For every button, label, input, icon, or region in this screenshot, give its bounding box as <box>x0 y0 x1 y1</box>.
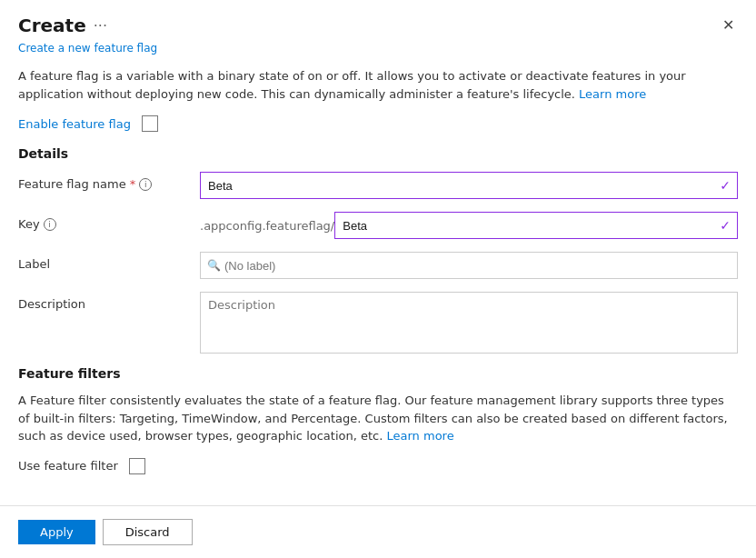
more-options-icon[interactable]: ··· <box>94 17 107 35</box>
learn-more-link-2[interactable]: Learn more <box>387 429 454 443</box>
key-prefix: .appconfig.featureflag/ <box>200 219 334 233</box>
create-panel: Create ··· ✕ Create a new feature flag A… <box>0 0 756 558</box>
learn-more-link-1[interactable]: Learn more <box>579 87 646 101</box>
enable-checkbox[interactable] <box>142 115 158 132</box>
name-info-icon[interactable]: i <box>139 178 152 191</box>
apply-button[interactable]: Apply <box>18 520 95 544</box>
name-row: Feature flag name * i ✓ <box>18 172 738 199</box>
description-label: Description <box>18 292 200 311</box>
label-input-wrap-outer: 🔍 <box>200 252 738 279</box>
label-input-container: 🔍 <box>200 252 738 279</box>
label-label: Label <box>18 252 200 271</box>
name-input[interactable] <box>200 172 738 199</box>
feature-filters-section: Feature filters A Feature filter consist… <box>18 366 738 474</box>
required-star: * <box>130 177 136 191</box>
key-input-wrap: .appconfig.featureflag/ ✓ <box>200 212 738 239</box>
title-row: Create ··· <box>18 15 107 36</box>
filter-description: A Feature filter consistently evaluates … <box>18 392 738 445</box>
key-label: Key i <box>18 212 200 231</box>
label-row: Label 🔍 <box>18 252 738 279</box>
enable-row: Enable feature flag <box>18 115 738 132</box>
close-button[interactable]: ✕ <box>719 15 738 36</box>
key-input-container: ✓ <box>334 212 738 239</box>
key-input[interactable] <box>334 212 738 239</box>
description-textarea[interactable] <box>200 292 738 354</box>
enable-label: Enable feature flag <box>18 117 131 131</box>
label-input[interactable] <box>200 252 738 279</box>
use-filter-checkbox[interactable] <box>129 458 145 474</box>
panel-title: Create <box>18 15 86 36</box>
search-icon: 🔍 <box>207 259 221 272</box>
name-input-container: ✓ <box>200 172 738 199</box>
name-label: Feature flag name * i <box>18 172 200 191</box>
use-filter-label: Use feature filter <box>18 459 118 473</box>
description-input-wrap <box>200 292 738 354</box>
name-input-wrap: ✓ <box>200 172 738 199</box>
name-check-icon: ✓ <box>720 178 731 193</box>
key-info-icon[interactable]: i <box>44 218 56 231</box>
panel-body: A feature flag is a variable with a bina… <box>0 55 756 505</box>
description-text: A feature flag is a variable with a bina… <box>18 67 738 103</box>
key-row: Key i .appconfig.featureflag/ ✓ <box>18 212 738 239</box>
filters-section-title: Feature filters <box>18 366 738 381</box>
key-check-icon: ✓ <box>720 218 731 233</box>
discard-button[interactable]: Discard <box>103 519 193 545</box>
description-row: Description <box>18 292 738 354</box>
panel-footer: Apply Discard <box>0 505 756 558</box>
panel-header: Create ··· ✕ <box>0 0 756 40</box>
use-filter-row: Use feature filter <box>18 458 738 474</box>
panel-subtitle[interactable]: Create a new feature flag <box>0 40 756 55</box>
details-section-title: Details <box>18 146 738 161</box>
